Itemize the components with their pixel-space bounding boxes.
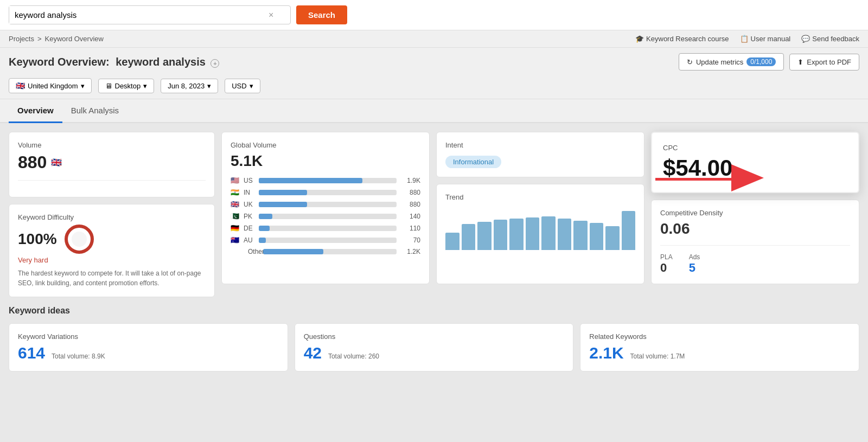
chevron-down-icon: ▾ xyxy=(81,82,85,90)
cpc-value: $54.00 xyxy=(663,155,847,181)
kd-value: 100% xyxy=(18,230,57,248)
tab-bulk-analysis[interactable]: Bulk Analysis xyxy=(62,99,127,123)
trend-bar-3 xyxy=(477,222,492,250)
left-column: Volume 880 🇬🇧 Keyword Difficulty 100% Ve… xyxy=(9,132,215,297)
bar-row-pk: 🇵🇰 PK 140 xyxy=(231,212,420,220)
desktop-icon: 🖥 xyxy=(105,82,112,90)
intent-cpc-area: Intent Informational Trend xyxy=(436,132,644,284)
trend-chart xyxy=(445,207,635,250)
update-badge: 0/1,000 xyxy=(746,57,776,66)
bar-row-uk: 🇬🇧 UK 880 xyxy=(231,200,420,208)
trend-bar-6 xyxy=(526,217,540,250)
flag-de: 🇩🇪 xyxy=(231,224,239,232)
competitive-density-card: Competitive Density 0.06 PLA 0 Ads 5 xyxy=(651,200,859,284)
trend-bar-11 xyxy=(605,226,620,250)
questions-count: 42 xyxy=(304,344,322,362)
kd-label: Keyword Difficulty xyxy=(18,213,206,221)
ads-label: Ads xyxy=(689,253,700,261)
country-filter[interactable]: 🇬🇧 United Kingdom ▾ xyxy=(9,78,92,93)
global-volume-value: 5.1K xyxy=(231,152,420,170)
flag-us: 🇺🇸 xyxy=(231,176,239,184)
top-bar: × Search xyxy=(0,0,868,30)
page-header: Keyword Overview: keyword analysis + ↻ U… xyxy=(0,48,868,75)
kd-description: The hardest keyword to compete for. It w… xyxy=(18,268,206,288)
global-volume-card: Global Volume 5.1K 🇺🇸 US 1.9K 🇮🇳 IN 8 xyxy=(221,132,430,284)
cpc-comp-col: CPC $54.00 Competitive Density 0.06 PLA … xyxy=(651,132,859,284)
pla-ads-row: PLA 0 Ads 5 xyxy=(660,253,850,275)
chevron-down-icon: ▾ xyxy=(143,82,147,90)
page-title: Keyword Overview: keyword analysis + xyxy=(9,56,219,68)
feedback-icon: 💬 xyxy=(801,35,810,43)
bar-row-other: Other 1.2K xyxy=(231,248,420,255)
export-button[interactable]: ⬆ Export to PDF xyxy=(789,54,859,71)
intent-card: Intent Informational xyxy=(436,132,644,177)
tab-overview[interactable]: Overview xyxy=(9,99,62,123)
refresh-icon: ↻ xyxy=(687,58,693,66)
right-grid: Global Volume 5.1K 🇺🇸 US 1.9K 🇮🇳 IN 8 xyxy=(221,132,859,284)
trend-bar-10 xyxy=(590,223,604,250)
questions-card: Questions 42 Total volume: 260 xyxy=(295,323,574,371)
tabs: Overview Bulk Analysis xyxy=(0,99,868,123)
related-label: Related Keywords xyxy=(589,332,850,341)
variations-desc: Total volume: 8.9K xyxy=(52,353,105,360)
breadcrumb-projects[interactable]: Projects xyxy=(9,35,34,43)
related-keywords-card: Related Keywords 2.1K Total volume: 1.7M xyxy=(580,323,859,371)
action-links: 🎓 Keyword Research course 📋 User manual … xyxy=(635,35,859,43)
trend-bar-7 xyxy=(541,216,556,250)
breadcrumb-current: Keyword Overview xyxy=(45,35,104,43)
currency-filter[interactable]: USD ▾ xyxy=(225,79,260,93)
kd-card: Keyword Difficulty 100% Very hard The ha… xyxy=(9,204,215,297)
search-button[interactable]: Search xyxy=(296,5,347,24)
bar-table: 🇺🇸 US 1.9K 🇮🇳 IN 880 🇬🇧 UK xyxy=(231,176,420,255)
trend-bar-12 xyxy=(622,211,636,250)
related-count: 2.1K xyxy=(589,344,623,362)
bar-row-in: 🇮🇳 IN 880 xyxy=(231,188,420,196)
breadcrumb: Projects > Keyword Overview xyxy=(9,35,104,43)
ads-value: 5 xyxy=(689,261,700,275)
manual-icon: 📋 xyxy=(740,35,749,43)
chevron-down-icon: ▾ xyxy=(207,82,211,90)
trend-bar-8 xyxy=(558,219,572,250)
device-filter[interactable]: 🖥 Desktop ▾ xyxy=(98,79,155,93)
title-info-icon[interactable]: + xyxy=(210,59,219,68)
trend-bar-4 xyxy=(494,220,508,250)
cpc-card: CPC $54.00 xyxy=(651,132,859,193)
export-icon: ⬆ xyxy=(797,58,803,66)
volume-value: 880 xyxy=(18,152,47,172)
global-volume-label: Global Volume xyxy=(231,141,420,149)
keyword-variations-card: Keyword Variations 614 Total volume: 8.9… xyxy=(9,323,288,371)
related-desc: Total volume: 1.7M xyxy=(630,353,685,360)
pla-value: 0 xyxy=(660,261,673,275)
keyword-ideas-title: Keyword ideas xyxy=(9,306,859,316)
volume-flag-icon: 🇬🇧 xyxy=(51,157,62,168)
trend-label: Trend xyxy=(445,193,635,201)
bar-row-au: 🇦🇺 AU 70 xyxy=(231,236,420,244)
course-link[interactable]: 🎓 Keyword Research course xyxy=(635,35,729,43)
bar-row-us: 🇺🇸 US 1.9K xyxy=(231,176,420,184)
kd-circle xyxy=(65,225,94,254)
trend-bar-9 xyxy=(573,221,588,250)
page-title-actions: ↻ Update metrics 0/1,000 ⬆ Export to PDF xyxy=(679,53,859,71)
comp-density-value: 0.06 xyxy=(660,220,850,238)
cpc-label: CPC xyxy=(663,144,847,152)
filters-bar: 🇬🇧 United Kingdom ▾ 🖥 Desktop ▾ Jun 8, 2… xyxy=(0,75,868,99)
flag-au: 🇦🇺 xyxy=(231,236,239,244)
intent-label: Intent xyxy=(445,141,635,149)
kd-row: 100% xyxy=(18,225,206,254)
date-filter[interactable]: Jun 8, 2023 ▾ xyxy=(161,79,218,93)
clear-button[interactable]: × xyxy=(264,10,278,20)
manual-link[interactable]: 📋 User manual xyxy=(740,35,791,43)
flag-uk: 🇬🇧 xyxy=(231,200,239,208)
update-metrics-button[interactable]: ↻ Update metrics 0/1,000 xyxy=(679,53,784,71)
feedback-link[interactable]: 💬 Send feedback xyxy=(801,35,859,43)
intent-badge: Informational xyxy=(445,156,501,168)
ads-item: Ads 5 xyxy=(689,253,700,275)
questions-desc: Total volume: 260 xyxy=(328,353,379,360)
volume-row: 880 🇬🇧 xyxy=(18,152,206,172)
uk-flag-icon: 🇬🇧 xyxy=(16,81,25,90)
search-input[interactable] xyxy=(9,6,264,24)
action-bar: Projects > Keyword Overview 🎓 Keyword Re… xyxy=(0,30,868,48)
pla-item: PLA 0 xyxy=(660,253,673,275)
trend-card: Trend xyxy=(436,184,644,284)
ideas-grid: Keyword Variations 614 Total volume: 8.9… xyxy=(9,323,859,371)
